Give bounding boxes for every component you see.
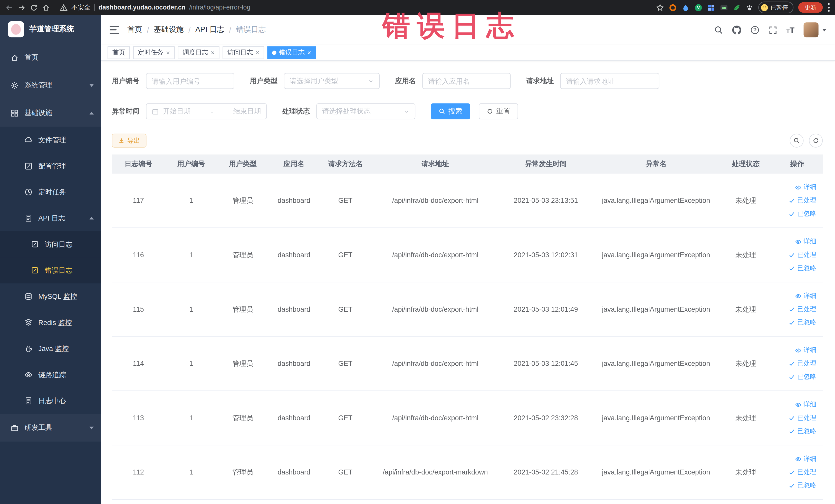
eye-icon (24, 371, 32, 379)
export-button[interactable]: 导出 (112, 134, 147, 148)
exception-time-range[interactable]: 开始日期 - 结束日期 (146, 103, 267, 119)
extension-v-icon[interactable]: V (694, 3, 702, 11)
extension-drop-icon[interactable] (681, 3, 690, 11)
user-id-input[interactable] (146, 73, 234, 89)
close-icon[interactable]: × (211, 49, 215, 56)
github-icon[interactable] (732, 25, 741, 35)
avatar[interactable] (804, 22, 819, 37)
cell-user-id: 1 (165, 305, 217, 313)
request-url-input[interactable] (560, 73, 659, 89)
sidebar-item-mysql-monitor[interactable]: MySQL 监控 (0, 283, 101, 310)
processed-link[interactable]: 已处理 (789, 305, 816, 314)
breadcrumb-api-logs[interactable]: API 日志 (195, 25, 224, 35)
processed-link[interactable]: 已处理 (789, 250, 816, 259)
font-size-icon[interactable]: TT (787, 26, 795, 34)
search-icon[interactable] (714, 25, 723, 35)
detail-link[interactable]: 详细 (795, 291, 816, 300)
table-row: 113 1 管理员 dashboard GET /api/infra/db-do… (112, 391, 823, 445)
logo[interactable]: 芋道管理系统 (0, 15, 101, 44)
tab-error-log[interactable]: 错误日志× (267, 46, 316, 59)
processed-link[interactable]: 已处理 (789, 467, 816, 477)
paused-extension-badge[interactable]: 已暂停 (758, 2, 793, 13)
sidebar-item-dev-tools[interactable]: 研发工具 (0, 414, 101, 442)
app-name-input[interactable] (422, 73, 511, 89)
user-menu[interactable] (804, 22, 827, 37)
extension-leaf-icon[interactable] (733, 3, 741, 11)
filter-row-1: 用户编号 用户类型 请选择用户类型 应用名 (112, 73, 823, 89)
sidebar-item-access-log[interactable]: 访问日志 (0, 231, 101, 257)
breadcrumb-home[interactable]: 首页 (127, 25, 142, 35)
briefcase-icon (11, 424, 19, 431)
ignored-link[interactable]: 已忽略 (789, 372, 816, 381)
sidebar-item-redis-monitor[interactable]: Redis 监控 (0, 309, 101, 336)
tags-view-bar: 首页 定时任务× 调度日志× 访问日志× 错误日志× (101, 45, 835, 61)
hamburger-icon[interactable] (109, 26, 119, 34)
processed-link[interactable]: 已处理 (789, 196, 816, 205)
detail-link[interactable]: 详细 (795, 400, 816, 409)
sidebar-item-log-center[interactable]: 日志中心 (0, 388, 101, 414)
cell-process-status: 未处理 (720, 304, 772, 314)
browser-home-icon[interactable] (42, 3, 50, 11)
help-icon[interactable] (750, 25, 759, 35)
sidebar-item-java-monitor[interactable]: Java 监控 (0, 336, 101, 362)
tab-home[interactable]: 首页 (107, 46, 130, 59)
search-button[interactable]: 搜索 (431, 103, 470, 119)
filter-row-2: 异常时间 开始日期 - 结束日期 处理状态 请选择处理状态 (112, 103, 823, 119)
sidebar-item-scheduled-tasks[interactable]: 定时任务 (0, 179, 101, 205)
tab-dispatch-log[interactable]: 调度日志× (178, 46, 220, 59)
browser-menu-icon[interactable] (828, 3, 830, 12)
request-url-label: 请求地址 (526, 76, 554, 86)
forward-icon[interactable] (18, 3, 25, 11)
active-tab-dot (272, 50, 277, 55)
cell-app-name: dashboard (268, 414, 320, 422)
tab-scheduled-tasks[interactable]: 定时任务× (133, 46, 175, 59)
reset-button[interactable]: 重置 (479, 103, 518, 119)
process-status-label: 处理状态 (282, 106, 310, 116)
extension-on-badge-icon[interactable]: on (720, 3, 728, 11)
sidebar-item-config-management[interactable]: 配置管理 (0, 153, 101, 179)
bookmark-star-icon[interactable] (656, 3, 664, 11)
detail-link[interactable]: 详细 (795, 237, 816, 246)
toggle-search-button[interactable] (790, 134, 804, 148)
ignored-link[interactable]: 已忽略 (789, 481, 816, 490)
user-type-select[interactable]: 请选择用户类型 (284, 73, 380, 89)
sidebar-item-file-management[interactable]: 文件管理 (0, 127, 101, 153)
cell-exception-name: java.lang.IllegalArgumentException (592, 468, 720, 476)
sidebar-item-home[interactable]: 首页 (0, 44, 101, 72)
sidebar-item-api-logs[interactable]: API 日志 (0, 205, 101, 231)
sidebar-item-link-tracing[interactable]: 链路追踪 (0, 362, 101, 388)
tab-access-log[interactable]: 访问日志× (223, 46, 264, 59)
address-bar[interactable]: 不安全 dashboard.yudao.iocoder.cn/infra/log… (60, 3, 250, 12)
extension-paw-icon[interactable] (746, 3, 753, 11)
sidebar-item-infrastructure[interactable]: 基础设施 (0, 99, 101, 127)
process-status-select[interactable]: 请选择处理状态 (316, 103, 415, 119)
detail-link[interactable]: 详细 (795, 346, 816, 355)
refresh-table-button[interactable] (809, 134, 823, 148)
ignored-link[interactable]: 已忽略 (789, 264, 816, 273)
close-icon[interactable]: × (256, 49, 260, 56)
sidebar-item-error-log[interactable]: 错误日志 (0, 257, 101, 283)
detail-link[interactable]: 详细 (795, 455, 816, 463)
reload-icon[interactable] (30, 3, 38, 11)
processed-link[interactable]: 已处理 (789, 414, 816, 422)
sidebar-item-system-management[interactable]: 系统管理 (0, 72, 101, 99)
processed-link[interactable]: 已处理 (789, 359, 816, 368)
cell-actions: 详细 已处理 已忽略 (772, 455, 823, 490)
cell-user-type: 管理员 (217, 467, 268, 477)
back-icon[interactable] (5, 3, 13, 11)
edit-square-icon (24, 162, 32, 170)
close-icon[interactable]: × (307, 49, 311, 56)
ignored-link[interactable]: 已忽略 (789, 318, 816, 327)
extension-grid-icon[interactable] (707, 3, 715, 11)
table-row: 115 1 管理员 dashboard GET /api/infra/db-do… (112, 282, 823, 337)
update-button[interactable]: 更新 (798, 2, 823, 13)
close-icon[interactable]: × (166, 49, 170, 56)
ignored-link[interactable]: 已忽略 (789, 427, 816, 436)
ignored-link[interactable]: 已忽略 (789, 209, 816, 218)
fullscreen-icon[interactable] (768, 25, 777, 35)
eye-icon (795, 293, 801, 299)
cell-user-id: 1 (165, 251, 217, 259)
detail-link[interactable]: 详细 (795, 183, 816, 192)
breadcrumb-infrastructure[interactable]: 基础设施 (154, 25, 184, 35)
extension-ring-icon[interactable] (669, 3, 677, 11)
